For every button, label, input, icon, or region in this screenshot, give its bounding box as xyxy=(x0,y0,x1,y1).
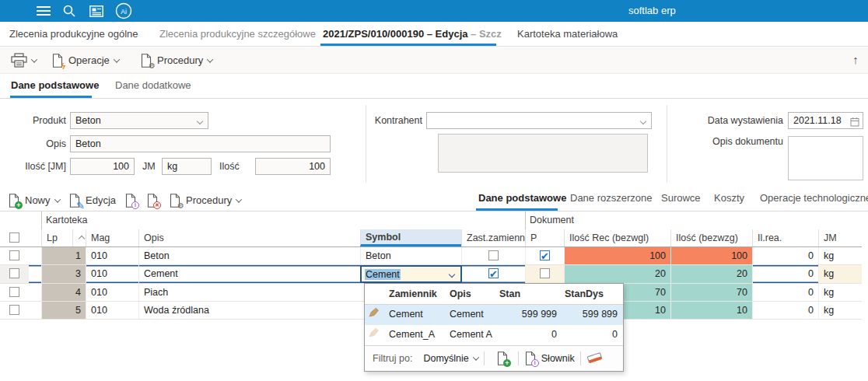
slownik-button[interactable]: i Słownik xyxy=(524,351,575,365)
ddcell-opis: Cement xyxy=(446,305,495,325)
ilosc-jm-input[interactable]: 100 xyxy=(70,158,135,175)
row-checkbox[interactable] xyxy=(9,250,19,260)
pencil-icon xyxy=(369,325,379,344)
delete-button[interactable]: ✕ xyxy=(146,187,159,214)
gridtab-koszty[interactable]: Koszty xyxy=(714,187,744,211)
chevron-down-icon[interactable] xyxy=(449,271,455,277)
grid-group-header: Kartoteka Dokument xyxy=(0,211,862,229)
filtruj-po-label: Filtruj po: xyxy=(373,353,412,364)
gridtab-dane-rozszerzone[interactable]: Dane rozszerzone xyxy=(570,187,653,211)
opis-dokumentu-textarea[interactable] xyxy=(788,136,863,180)
ilosc-input[interactable]: 100 xyxy=(255,158,331,175)
zast-checkbox[interactable] xyxy=(488,268,499,278)
col-symbol[interactable]: Symbol xyxy=(360,229,461,246)
dropdown-footer: Filtruj po: Domyślnie + i Słownik xyxy=(365,345,623,371)
eraser-icon[interactable] xyxy=(586,351,604,366)
p-checkbox[interactable] xyxy=(540,268,550,278)
dropdown-row[interactable]: Cement_A Cement A 0 0 xyxy=(365,325,623,345)
cell-ilosc-bezwzg: 20 xyxy=(670,265,752,283)
table-row[interactable]: 1 010 Beton Beton 100 100 0 kg xyxy=(0,247,862,265)
active-gridtab-underline xyxy=(476,208,558,211)
cell-opis: Woda źródlana xyxy=(138,302,360,319)
kontrahent-combobox[interactable] xyxy=(426,112,652,129)
ai-icon[interactable]: Ai xyxy=(115,3,132,19)
tab-edycja-active[interactable]: 2021/ZPS/010/000190 – Edycja – Szcz xyxy=(323,22,505,46)
cell-il-rea: 0 xyxy=(752,265,818,283)
kontrahent-note-textarea[interactable] xyxy=(438,134,648,173)
table-row-selected[interactable]: 3 010 Cement Cement 20 20 0 kg xyxy=(0,265,862,284)
jm-label: JM xyxy=(142,158,159,175)
editor-selected-text: Cement xyxy=(365,269,401,280)
jm-input[interactable]: kg xyxy=(162,158,212,175)
col-jm[interactable]: JM xyxy=(818,229,862,246)
print-button[interactable] xyxy=(11,47,37,74)
sort-ascending-icon[interactable] xyxy=(72,229,86,246)
symbol-editor-combobox[interactable]: Cement xyxy=(360,265,462,283)
search-icon[interactable] xyxy=(62,3,76,19)
produkt-label: Produkt xyxy=(4,112,66,129)
data-wystawienia-input[interactable]: 2021.11.18 xyxy=(788,112,863,129)
ddcell-standys: 599 899 xyxy=(561,305,621,325)
produkt-combobox[interactable]: Beton xyxy=(70,112,208,129)
tab-dane-dodatkowe[interactable]: Dane dodatkowe xyxy=(115,74,191,98)
p-checkbox[interactable] xyxy=(540,250,550,260)
procedury2-menu-button[interactable]: ⚙ Procedury xyxy=(169,187,241,214)
document-bolt-icon: ϟ xyxy=(51,54,64,68)
cell-symbol: Beton xyxy=(360,247,461,264)
slownik-label: Słownik xyxy=(541,353,575,364)
ddcol-opis[interactable]: Opis xyxy=(446,284,495,304)
zast-checkbox[interactable] xyxy=(488,250,499,260)
row-checkbox[interactable] xyxy=(9,268,19,278)
add-item-button[interactable]: + xyxy=(496,351,509,365)
ddcol-zamiennik[interactable]: Zamiennik xyxy=(385,284,446,304)
cell-ilosc-bezwzg: 70 xyxy=(670,284,752,301)
ddcol-standys[interactable]: StanDys xyxy=(561,284,621,304)
col-zast-zamiennik[interactable]: Zast.zamiennik xyxy=(461,229,525,246)
document-gear-icon: ⚙ xyxy=(169,194,181,208)
col-mag[interactable]: Mag xyxy=(86,229,138,246)
row-checkbox[interactable] xyxy=(9,287,19,297)
gridtab-operacje-technologiczne[interactable]: Operacje technologiczne xyxy=(760,187,868,211)
col-opis[interactable]: Opis xyxy=(138,229,360,246)
scroll-top-button[interactable]: ↑ xyxy=(846,51,865,69)
nowy-button[interactable]: + Nowy xyxy=(8,187,60,214)
cell-opis: Beton xyxy=(138,247,360,264)
col-il-rea[interactable]: Il.rea. xyxy=(752,229,818,246)
col-ilosc-bezwzg[interactable]: Ilość (bezwzg) xyxy=(670,229,752,246)
data-wystawienia-label: Data wystawienia xyxy=(682,112,783,129)
printer-icon xyxy=(11,53,27,68)
procedury-menu-button[interactable]: ⚙ Procedury xyxy=(140,47,212,74)
col-ilosc-rec[interactable]: Ilość Rec (bezwgl) xyxy=(564,229,670,246)
opis-input[interactable]: Beton xyxy=(70,135,331,152)
edycja-button[interactable]: ✎ Edycja xyxy=(68,187,116,214)
filter-mode-dropdown[interactable]: Domyślnie xyxy=(423,353,478,364)
col-p[interactable]: P xyxy=(525,229,564,246)
operacje-menu-button[interactable]: ϟ Operacje xyxy=(51,47,119,74)
info-button[interactable]: i xyxy=(124,187,137,214)
document-edit-icon: ✎ xyxy=(68,194,81,208)
grid-toolbar: + Nowy ✎ Edycja i ✕ xyxy=(0,187,868,211)
cell-mag: 010 xyxy=(86,265,138,283)
ddcol-stan[interactable]: Stan xyxy=(495,284,561,304)
tab-zlecenia-szczegolowe[interactable]: Zlecenia produkcyjne szczegółowe xyxy=(159,22,320,46)
row-checkbox[interactable] xyxy=(9,305,19,315)
cell-ilosc-bezwzg: 100 xyxy=(670,247,752,264)
cell-ilosc-rec: 20 xyxy=(564,265,670,283)
cell-il-rea: 0 xyxy=(752,284,818,301)
tab-dane-podstawowe[interactable]: Dane podstawowe xyxy=(11,74,99,98)
tab-kartoteka-materialowa[interactable]: Kartoteka materiałowa xyxy=(517,22,634,46)
ddcell-stan: 599 999 xyxy=(495,305,561,325)
chevron-down-icon xyxy=(207,56,213,62)
cell-zast xyxy=(461,247,525,264)
dropdown-row-selected[interactable]: Cement Cement 599 999 599 899 xyxy=(365,305,623,325)
group-dokument-label: Dokument xyxy=(525,211,681,229)
brand-title: softlab erp xyxy=(628,0,676,22)
gridtab-surowce[interactable]: Surowce xyxy=(661,187,701,211)
menu-icon[interactable] xyxy=(36,3,51,19)
tab-zlecenia-ogolne[interactable]: Zlecenia produkcyjne ogólne xyxy=(9,22,145,46)
calendar-icon[interactable] xyxy=(850,116,859,131)
news-icon[interactable] xyxy=(89,3,104,19)
gridtab-dane-podstawowe[interactable]: Dane podstawowe xyxy=(478,187,566,211)
cell-lp: 5 xyxy=(41,302,86,319)
select-all-checkbox[interactable] xyxy=(9,232,19,243)
